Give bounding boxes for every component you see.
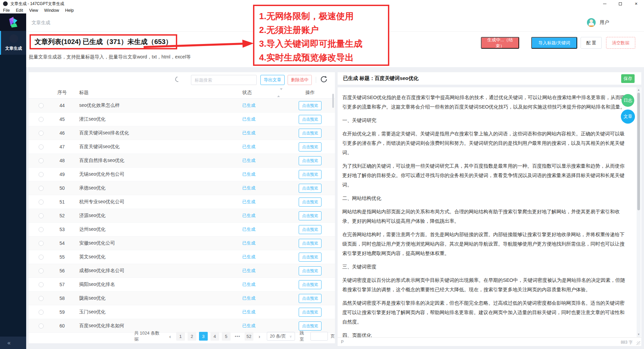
row-preview-button[interactable]: 点击预览	[299, 156, 321, 165]
scroll-down-icon[interactable]: ▼	[637, 333, 641, 337]
search-input[interactable]	[191, 75, 257, 85]
table-row[interactable]: 59玉门seo优化已生成点击预览	[29, 305, 335, 319]
table-row[interactable]: 47百度关键词seo优化已生成点击预览	[29, 140, 335, 154]
row-radio[interactable]	[39, 117, 44, 122]
table-row[interactable]: 44seo优化效果怎么样已生成点击预览	[29, 99, 335, 113]
row-radio[interactable]	[39, 310, 44, 315]
sidebar-item-article-generation[interactable]: 文章生成	[0, 31, 26, 55]
table-row[interactable]: 50承德seo优化已生成点击预览	[29, 181, 335, 195]
resize-grip-icon[interactable]	[637, 341, 640, 345]
table-scrollbar-thumb[interactable]	[332, 94, 334, 108]
menu-item-window[interactable]: Window	[41, 8, 62, 13]
row-radio[interactable]	[39, 172, 44, 177]
table-row[interactable]: 49无锡seo优化外包公司已生成点击预览	[29, 168, 335, 181]
generating-button[interactable]: 生成中...（结束）	[481, 37, 519, 49]
editor-body[interactable]: 百度关键词SEO优化指的是在百度搜索引擎中提高网站排名的技术，通过优化关键词，可…	[338, 87, 641, 346]
page-button-5[interactable]: 5	[222, 332, 231, 341]
table-row[interactable]: 46百度关键词seo排名优化已生成点击预览	[29, 126, 335, 140]
table-row[interactable]: 56成都seo优化排名公司已生成点击预览	[29, 264, 335, 278]
editor-scrollbar[interactable]: ▲ ▼	[637, 87, 641, 337]
annotation-line: 2.无须注册账户	[259, 23, 388, 37]
sidebar: 文章生成 «	[0, 13, 26, 349]
close-button[interactable]: ✕	[628, 0, 644, 7]
table-row[interactable]: 53达州seo优化已生成点击预览	[29, 223, 335, 236]
row-preview-button[interactable]: 点击预览	[299, 321, 321, 331]
row-radio[interactable]	[39, 103, 44, 108]
clear-data-button[interactable]: 清空数据	[606, 37, 635, 49]
row-radio[interactable]	[39, 158, 44, 163]
table-row[interactable]: 54安徽seo优化公司已生成点击预览	[29, 236, 335, 250]
next-page-button[interactable]: ›	[256, 332, 263, 341]
row-radio[interactable]	[39, 268, 44, 273]
row-title: 英文seo优化	[70, 254, 235, 260]
page-button-1[interactable]: 1	[176, 332, 185, 341]
row-radio[interactable]	[39, 323, 44, 329]
page-button-4[interactable]: 4	[210, 332, 219, 341]
scroll-up-icon[interactable]: ▲	[637, 88, 641, 92]
row-preview-button[interactable]: 点击预览	[299, 184, 321, 193]
row-radio[interactable]	[39, 200, 44, 205]
sort-caret-icon[interactable]	[277, 90, 281, 95]
menu-item-help[interactable]: Help	[62, 8, 77, 13]
log-float-button[interactable]: 日志	[622, 94, 634, 107]
row-radio[interactable]	[39, 186, 44, 191]
row-radio[interactable]	[39, 282, 44, 287]
table-row[interactable]: 45潜江seo优化已生成点击预览	[29, 113, 335, 126]
menu-item-edit[interactable]: Edit	[13, 8, 26, 13]
row-preview-button[interactable]: 点击预览	[299, 115, 321, 124]
menu-item-view[interactable]: View	[26, 8, 41, 13]
row-preview-button[interactable]: 点击预览	[299, 142, 321, 151]
collapse-sidebar-icon[interactable]: «	[7, 340, 10, 346]
user-box[interactable]: 用户	[587, 18, 609, 27]
maximize-button[interactable]	[612, 0, 628, 7]
article-list-panel: 导出文章 删除选中 序号 标题 状态 操作 44seo优化效果怎么样已生成点击预…	[29, 72, 335, 343]
table-row[interactable]: 57揭阳seo优化排名已生成点击预览	[29, 278, 335, 292]
config-button[interactable]: 配 置	[581, 37, 602, 49]
row-preview-button[interactable]: 点击预览	[299, 280, 321, 289]
row-preview-button[interactable]: 点击预览	[299, 170, 321, 179]
prev-page-button[interactable]: ‹	[166, 332, 174, 341]
row-preview-button[interactable]: 点击预览	[299, 198, 321, 207]
table-row[interactable]: 55英文seo优化已生成点击预览	[29, 250, 335, 264]
row-radio[interactable]	[39, 213, 44, 218]
jump-page-input[interactable]	[310, 332, 328, 341]
export-articles-button[interactable]: 导出文章	[260, 75, 285, 85]
row-preview-button[interactable]: 点击预览	[299, 253, 321, 262]
save-button[interactable]: 保存	[621, 74, 635, 83]
table-row[interactable]: 51杭州专业seo优化公司已生成点击预览	[29, 195, 335, 209]
article-content[interactable]: 百度关键词SEO优化指的是在百度搜索引擎中提高网站排名的技术，通过优化关键词，可…	[338, 87, 635, 337]
row-preview-button[interactable]: 点击预览	[299, 308, 321, 317]
table-row[interactable]: 52济源seo优化已生成点击预览	[29, 209, 335, 223]
row-preview-button[interactable]: 点击预览	[299, 266, 321, 275]
refresh-icon[interactable]	[320, 75, 328, 83]
row-index: 49	[54, 172, 70, 177]
page-button-52[interactable]: 52	[245, 332, 253, 341]
row-preview-button[interactable]: 点击预览	[299, 239, 321, 248]
table-row[interactable]: 60百度seo优化排名如何已生成点击预览	[29, 319, 335, 333]
row-radio[interactable]	[39, 131, 44, 136]
minimize-button[interactable]	[597, 0, 612, 7]
row-preview-button[interactable]: 点击预览	[299, 211, 321, 220]
row-radio[interactable]	[39, 255, 44, 260]
scrollbar-thumb[interactable]	[637, 93, 640, 210]
page-button-2[interactable]: 2	[188, 332, 196, 341]
table-row[interactable]: 58陇南seo优化已生成点击预览	[29, 292, 335, 305]
row-preview-button[interactable]: 点击预览	[299, 294, 321, 303]
delete-selected-button[interactable]: 删除选中	[288, 75, 312, 85]
row-preview-button[interactable]: 点击预览	[299, 129, 321, 138]
row-title: 无锡seo优化外包公司	[70, 171, 235, 177]
row-radio[interactable]	[39, 227, 44, 232]
menu-item-file[interactable]: File	[0, 8, 13, 13]
annotation-arrow	[143, 38, 254, 51]
import-titles-button[interactable]: 导入标题/关键词	[531, 37, 577, 49]
row-preview-button[interactable]: 点击预览	[299, 225, 321, 234]
article-float-button[interactable]: 文章	[621, 110, 635, 124]
row-radio[interactable]	[39, 144, 44, 149]
row-action-cell: 点击预览	[285, 184, 335, 193]
row-preview-button[interactable]: 点击预览	[299, 101, 321, 110]
page-size-select[interactable]: 20 条/页 ∨	[267, 332, 295, 341]
row-radio[interactable]	[39, 241, 44, 246]
row-radio[interactable]	[39, 296, 44, 301]
table-row[interactable]: 48百度自然排名seo优化已生成点击预览	[29, 154, 335, 168]
page-button-3[interactable]: 3	[199, 332, 208, 341]
